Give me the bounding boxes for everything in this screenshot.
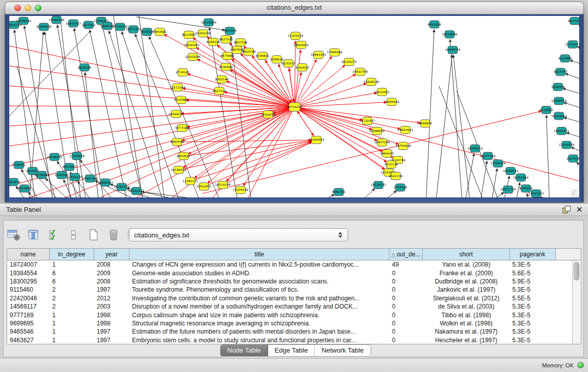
deselect-all-icon[interactable] xyxy=(67,228,80,242)
graph-node[interactable]: 15056512 xyxy=(467,145,483,152)
graph-node[interactable]: 16543382 xyxy=(184,41,200,49)
column-header-name[interactable]: name xyxy=(7,249,50,260)
graph-edge-black[interactable] xyxy=(114,16,143,198)
graph-edge-red[interactable] xyxy=(9,86,294,107)
graph-edge-red[interactable] xyxy=(190,142,312,181)
table-cell[interactable]: de Silva et al. (2003) xyxy=(423,303,510,310)
graph-edge-black[interactable] xyxy=(329,194,334,198)
table-cell[interactable]: 0 xyxy=(389,312,423,319)
graph-node[interactable]: 18807249 xyxy=(374,139,390,146)
tab-network-table[interactable]: Network Table xyxy=(315,345,370,356)
graph-node[interactable]: 7663822 xyxy=(153,28,167,36)
table-selector-dropdown[interactable]: citations_edges.txt xyxy=(129,228,348,242)
graph-node[interactable]: 22260058 xyxy=(195,30,211,37)
graph-node[interactable]: 18724007 xyxy=(287,103,302,112)
table-cell[interactable]: 9465546 xyxy=(7,328,50,335)
graph-node[interactable]: 8813054 xyxy=(428,20,442,28)
graph-node[interactable]: 9146821 xyxy=(256,52,270,60)
tab-node-table[interactable]: Node Table xyxy=(221,345,268,356)
table-cell[interactable]: 0 xyxy=(389,320,423,327)
graph-edge-black[interactable] xyxy=(492,168,497,198)
table-cell[interactable]: 5.5E-5 xyxy=(510,295,556,302)
graph-edge-red[interactable] xyxy=(184,141,312,156)
graph-node[interactable]: 9129966 xyxy=(558,55,572,62)
table-cell[interactable]: Nakamura et al. (1997) xyxy=(423,328,510,335)
table-row[interactable]: 969969511998Structural magnetic resonanc… xyxy=(7,319,572,327)
table-cell[interactable]: Disruption of a novel member of a sodium… xyxy=(129,303,389,310)
table-cell[interactable]: 5.3E-5 xyxy=(510,303,556,310)
table-cell[interactable]: Genome-wide association studies in ADHD. xyxy=(129,270,389,277)
table-row[interactable]: 977716911998Corpus callosum shape and si… xyxy=(7,311,572,319)
graph-node[interactable]: 11325419 xyxy=(288,32,303,40)
graph-node[interactable]: 9777169 xyxy=(176,124,189,132)
graph-edge-red[interactable] xyxy=(294,74,355,107)
table-cell[interactable]: 19384554 xyxy=(7,270,50,277)
window-titlebar[interactable]: citations_edges.txt xyxy=(5,2,583,14)
table-cell[interactable]: 22420046 xyxy=(7,295,50,302)
table-cell[interactable]: 1997 xyxy=(94,328,129,335)
table-cell[interactable]: 1 xyxy=(50,320,94,327)
graph-node[interactable]: 16961933 xyxy=(311,51,326,59)
graph-node[interactable]: 1209358 xyxy=(551,83,565,91)
graph-edge-black[interactable] xyxy=(577,162,579,165)
column-header-pagerank[interactable]: pagerank xyxy=(510,249,556,260)
graph-edge-black[interactable] xyxy=(90,30,126,198)
table-cell[interactable]: 9463627 xyxy=(7,337,50,344)
graph-node[interactable]: 8475685 xyxy=(221,52,234,60)
close-panel-icon[interactable]: ✕ xyxy=(576,205,583,214)
graph-edge-black[interactable] xyxy=(571,147,579,151)
column-header-year[interactable]: year xyxy=(94,249,129,260)
table-cell[interactable]: 1998 xyxy=(94,312,129,319)
table-cell[interactable]: 0 xyxy=(389,270,423,277)
graph-edge-red[interactable] xyxy=(226,107,294,181)
graph-edge-red[interactable] xyxy=(9,107,294,186)
graph-node[interactable]: 16958107 xyxy=(98,179,114,186)
table-cell[interactable]: Hescheler et al. (1997) xyxy=(423,337,510,344)
table-row[interactable]: 2242004622012Investigating the contribut… xyxy=(7,294,572,302)
graph-node[interactable]: 15720407 xyxy=(359,117,375,125)
graph-node[interactable]: 9975887 xyxy=(62,163,76,171)
graph-edge-black[interactable] xyxy=(453,55,470,198)
graph-node[interactable]: 2905334 xyxy=(78,63,92,71)
table-cell[interactable]: 2012 xyxy=(94,295,129,302)
graph-node[interactable]: 9827508 xyxy=(219,36,233,43)
graph-node[interactable]: 16648784 xyxy=(445,46,461,54)
graph-edge-red[interactable] xyxy=(30,107,295,198)
table-cell[interactable]: 2 xyxy=(50,303,94,310)
table-cell[interactable]: 5.3E-5 xyxy=(510,328,556,335)
graph-node[interactable]: 19565158 xyxy=(49,16,64,24)
table-cell[interactable]: Franke et al. (2009) xyxy=(423,270,510,277)
graph-edge-black[interactable] xyxy=(564,117,579,122)
table-cell[interactable]: 2 xyxy=(50,286,94,293)
graph-edge-red[interactable] xyxy=(289,63,294,102)
column-header-short[interactable]: short xyxy=(423,249,510,260)
table-cell[interactable]: Stergiakouli et al. (2012) xyxy=(423,295,510,302)
graph-edge-black[interactable] xyxy=(481,161,487,198)
graph-edge-black[interactable] xyxy=(567,133,579,137)
graph-node[interactable]: 10688609 xyxy=(369,127,385,135)
table-cell[interactable]: 5.9E-5 xyxy=(510,278,556,285)
graph-node[interactable]: 9465546 xyxy=(170,138,184,146)
table-cell[interactable]: 49 xyxy=(389,261,423,268)
graph-edge-black[interactable] xyxy=(426,29,434,198)
table-row[interactable]: 1872400712008Changes of HCN gene express… xyxy=(7,260,572,269)
memory-status-indicator[interactable] xyxy=(577,362,584,368)
table-cell[interactable]: 1997 xyxy=(94,286,129,293)
table-cell[interactable]: 2003 xyxy=(94,303,129,310)
graph-node[interactable]: 18299523 xyxy=(503,167,519,175)
graph-node[interactable]: 8220317 xyxy=(281,60,295,68)
graph-edge-red[interactable] xyxy=(187,74,294,107)
delete-column-icon[interactable] xyxy=(107,228,120,242)
table-cell[interactable]: Embryonic stem cells: a model to study s… xyxy=(129,337,389,344)
graph-edge-red[interactable] xyxy=(194,107,295,178)
select-all-icon[interactable] xyxy=(47,228,60,242)
graph-node[interactable]: 16210643 xyxy=(551,112,567,120)
graph-edge-black[interactable] xyxy=(547,115,550,198)
graph-node[interactable]: 8912955 xyxy=(182,31,196,39)
graph-node[interactable]: 8186328 xyxy=(206,38,220,46)
graph-node[interactable]: 8215953 xyxy=(539,106,553,114)
table-cell[interactable]: 0 xyxy=(389,278,423,285)
table-cell[interactable]: 1 xyxy=(50,312,94,319)
tab-edge-table[interactable]: Edge Table xyxy=(268,345,315,356)
graph-node[interactable]: 9463627 xyxy=(177,152,191,160)
